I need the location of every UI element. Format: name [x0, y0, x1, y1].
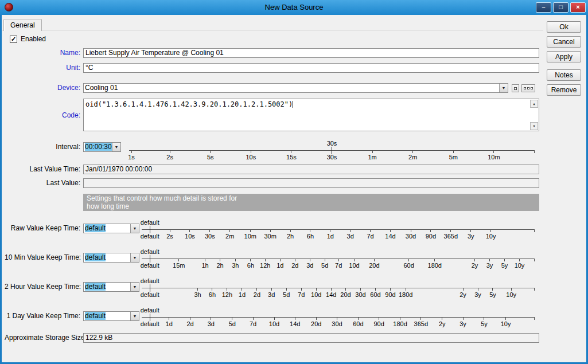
- slider-handle-label: default: [141, 277, 159, 284]
- slider-handle-label: default: [141, 219, 159, 226]
- hour2-keep-select[interactable]: default ▼: [83, 282, 139, 292]
- tab-strip-divider: [2, 30, 543, 30]
- slider-tick-label: 2s: [166, 233, 173, 240]
- slider-handle-label: 30s: [327, 140, 337, 147]
- enabled-checkbox[interactable]: ✓: [10, 36, 17, 43]
- slider-tick: 5d: [232, 317, 232, 320]
- slider-handle[interactable]: default: [150, 314, 150, 321]
- slider-tick: 180d: [434, 259, 435, 261]
- slider-tick: 1s: [131, 150, 132, 153]
- slider-handle[interactable]: default: [150, 226, 150, 233]
- slider-tick-label: 7d: [367, 233, 373, 240]
- slider-tick-label: 180d: [399, 291, 412, 298]
- code-text: oid("1.3.6.1.4.1.476.1.42.3.9.20.1.20.1.…: [85, 100, 293, 108]
- device-open-button[interactable]: [512, 84, 519, 92]
- maximize-button[interactable]: □: [553, 2, 568, 13]
- day1-keep-slider[interactable]: default1d2d3d5d7d10d14d20d30d60d90d180d3…: [142, 308, 534, 328]
- slider-tick-label: 10m: [244, 233, 256, 240]
- code-scrollbar: ▲ ▼: [530, 100, 538, 130]
- raw-keep-select[interactable]: default ▼: [83, 224, 139, 233]
- slider-tick-label: 5s: [207, 154, 214, 161]
- slider-tick-label: 15m: [173, 262, 185, 269]
- enabled-label[interactable]: Enabled: [21, 34, 46, 44]
- device-select[interactable]: Cooling 01 ▼: [83, 83, 508, 93]
- slider-tick-label: default: [141, 320, 159, 327]
- slider-tick: 5y: [484, 317, 484, 320]
- notes-button[interactable]: Notes: [547, 69, 581, 81]
- maximize-icon: □: [559, 3, 563, 10]
- info-banner-line1: Settings that control how much detail is…: [87, 194, 536, 202]
- chevron-down-icon[interactable]: ▼: [112, 143, 120, 151]
- slider-tick-label: 14d: [385, 233, 395, 240]
- dialog-new-data-source: New Data Source – □ × General Ok Cancel …: [0, 0, 588, 364]
- close-button[interactable]: ×: [570, 2, 586, 13]
- minimize-button[interactable]: –: [536, 2, 551, 13]
- tab-general[interactable]: General: [3, 19, 42, 31]
- slider-tick: 2y: [463, 288, 464, 291]
- slider-tick-label: 3d: [347, 233, 354, 240]
- hour2-keep-slider[interactable]: default3h6h12h1d2d3d5d7d10d14d20d30d60d9…: [142, 279, 534, 299]
- slider-handle[interactable]: default: [150, 284, 150, 292]
- slider-tick-label: 5d: [283, 291, 290, 298]
- scroll-down-icon[interactable]: ▼: [530, 122, 538, 130]
- day1-keep-select[interactable]: default ▼: [83, 311, 139, 321]
- chevron-down-icon[interactable]: ▼: [130, 224, 139, 233]
- slider-tick-label: 3d: [208, 320, 215, 327]
- dots-icon: [524, 87, 533, 89]
- chevron-down-icon[interactable]: ▼: [130, 283, 139, 291]
- chevron-down-icon[interactable]: ▼: [130, 253, 139, 262]
- slider-tick: 14d: [390, 229, 391, 232]
- cancel-button[interactable]: Cancel: [547, 36, 581, 48]
- slider-tick-label: 6h: [247, 262, 254, 269]
- ok-button[interactable]: Ok: [547, 21, 581, 33]
- slider-tick-label: 3d: [268, 291, 275, 298]
- name-input[interactable]: Liebert Supply Air Temperature @ Cooling…: [83, 48, 539, 58]
- slider-tick-label: 2h: [216, 262, 223, 269]
- slider-tick-label: 7d: [298, 291, 305, 298]
- slider-tick-label: 2s: [166, 154, 173, 161]
- slider-tick-label: 5d: [321, 262, 328, 269]
- slider-handle[interactable]: default: [150, 255, 150, 263]
- chevron-down-icon[interactable]: ▼: [499, 84, 508, 92]
- titlebar[interactable]: New Data Source: [0, 0, 588, 15]
- slider-tick: 7d: [301, 288, 302, 291]
- chevron-down-icon[interactable]: ▼: [130, 312, 139, 320]
- min10-keep-label: 10 Min Value Keep Time:: [5, 253, 80, 263]
- slider-tick: 90d: [390, 288, 391, 291]
- slider-tick: 60d: [375, 288, 376, 291]
- scroll-up-icon[interactable]: ▲: [530, 100, 538, 108]
- slider-tick: 90d: [430, 229, 431, 232]
- slider-tick-label: 7d: [335, 262, 342, 269]
- slider-tick: 3y: [489, 259, 490, 261]
- slider-tick-label: 10y: [506, 291, 516, 298]
- apply-button[interactable]: Apply: [547, 51, 581, 62]
- remove-button[interactable]: Remove: [547, 84, 581, 96]
- slider-tick-label: 10y: [515, 262, 525, 269]
- unit-input[interactable]: °C: [83, 63, 539, 73]
- slider-tick: 3h: [197, 288, 198, 291]
- slider-tick-label: 365d: [444, 233, 458, 240]
- slider-tick: 10y: [490, 229, 491, 232]
- slider-handle[interactable]: 30s: [332, 147, 332, 154]
- slider-tick-label: 10m: [488, 154, 500, 161]
- slider-tick-label: 1d: [166, 320, 173, 327]
- device-list-button[interactable]: [521, 84, 535, 92]
- code-label: Code:: [5, 111, 80, 120]
- slider-tick-label: 10d: [269, 320, 279, 327]
- slider-tick: 15s: [291, 150, 291, 153]
- code-editor[interactable]: oid("1.3.6.1.4.1.476.1.42.3.9.20.1.20.1.…: [83, 99, 539, 131]
- interval-slider[interactable]: 1s2s5s10s15s30s1m2m5m10m30s: [129, 141, 534, 162]
- slider-tick-label: 3y: [468, 233, 474, 240]
- slider-tick-label: 5m: [449, 154, 458, 161]
- slider-tick-label: 1d: [277, 262, 283, 269]
- interval-select[interactable]: 00:00:30 ▼: [83, 142, 121, 152]
- min10-keep-slider[interactable]: default15m1h2h3h6h12h1d2d3d5d7d10d20d60d…: [142, 249, 534, 270]
- slider-tick: 3h: [235, 259, 236, 261]
- raw-keep-slider[interactable]: default2s10s30s2m10m30m2h6h1d3d7d14d30d9…: [142, 220, 534, 241]
- window-title: New Data Source: [0, 0, 588, 15]
- slider-tick-label: 10y: [486, 233, 496, 240]
- slider-tick-label: 365d: [414, 320, 428, 327]
- min10-keep-select[interactable]: default ▼: [83, 253, 139, 263]
- min10-keep-value: default: [85, 253, 106, 261]
- slider-tick: 2s: [170, 229, 170, 232]
